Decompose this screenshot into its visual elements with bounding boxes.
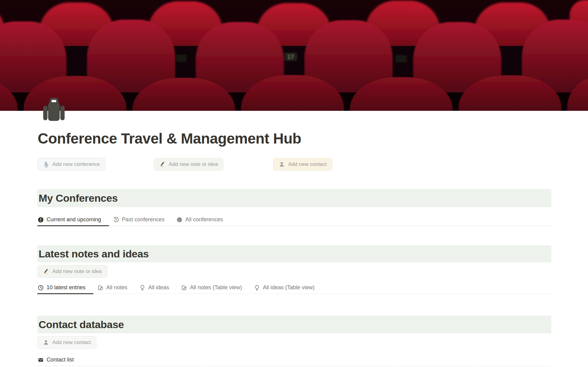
theater-seats-photo: 17 bbox=[0, 0, 588, 111]
tab-10-latest-entries[interactable]: 10 latest entries bbox=[37, 282, 93, 294]
luggage-icon bbox=[42, 97, 66, 122]
tab-all-ideas[interactable]: All ideas bbox=[139, 282, 177, 294]
add-new-note-button-section[interactable]: Add new note or idea bbox=[37, 265, 107, 278]
section-heading-text: My Conferences bbox=[37, 192, 118, 204]
lightbulb-icon bbox=[254, 285, 260, 291]
button-label: Add new conference bbox=[52, 161, 100, 167]
section-heading-my-conferences[interactable]: My Conferences bbox=[37, 189, 551, 207]
tab-label: 10 latest entries bbox=[47, 284, 85, 291]
conferences-view-tabs: Current and upcoming Past conferences Al… bbox=[37, 214, 551, 226]
tab-all-notes-table-view[interactable]: All notes (Table view) bbox=[181, 282, 250, 294]
page-cover[interactable]: 17 bbox=[0, 0, 588, 111]
tab-contact-list[interactable]: Contact list bbox=[37, 354, 82, 366]
microphone-icon bbox=[43, 161, 49, 167]
tab-label: All conferences bbox=[185, 216, 223, 223]
tab-all-ideas-table-view[interactable]: All ideas (Table view) bbox=[254, 282, 322, 294]
tab-label: Contact list bbox=[47, 357, 74, 363]
tab-label: All ideas (Table view) bbox=[263, 284, 315, 291]
clock-icon bbox=[38, 285, 44, 291]
tab-label: Past conferences bbox=[122, 216, 164, 223]
writing-hand-icon bbox=[43, 268, 49, 275]
tab-label: Current and upcoming bbox=[47, 216, 101, 223]
edit-square-icon bbox=[181, 285, 187, 291]
tab-label: All notes bbox=[106, 284, 127, 291]
page-icon[interactable] bbox=[42, 97, 66, 122]
notion-page: 17 bbox=[0, 0, 588, 367]
section-heading-text: Contact database bbox=[37, 319, 124, 331]
table-column-gap bbox=[201, 365, 202, 366]
add-new-conference-button[interactable]: Add new conference bbox=[37, 158, 105, 171]
button-label: Add new contact bbox=[52, 339, 91, 346]
tab-all-notes[interactable]: All notes bbox=[97, 282, 135, 294]
envelope-icon bbox=[38, 357, 44, 363]
table-column-gap bbox=[473, 365, 474, 366]
contacts-view-tabs: Contact list bbox=[37, 354, 551, 366]
notes-view-tabs: 10 latest entries All notes All ideas Al… bbox=[37, 282, 551, 294]
tab-label: All notes (Table view) bbox=[190, 284, 242, 291]
lightbulb-icon bbox=[139, 285, 145, 291]
tab-current-and-upcoming[interactable]: Current and upcoming bbox=[37, 214, 109, 226]
add-new-contact-button[interactable]: Add new contact bbox=[273, 158, 332, 171]
page-title[interactable]: Conference Travel & Management Hub bbox=[38, 130, 301, 148]
history-icon bbox=[113, 217, 119, 223]
person-icon bbox=[279, 161, 285, 167]
tab-label: All ideas bbox=[148, 284, 169, 291]
dot-icon bbox=[176, 217, 183, 223]
button-label: Add new note or idea bbox=[169, 161, 218, 167]
edit-square-icon bbox=[97, 285, 104, 291]
section-heading-latest-notes[interactable]: Latest notes and ideas bbox=[37, 245, 551, 262]
writing-hand-icon bbox=[159, 161, 165, 167]
exclamation-circle-icon bbox=[38, 217, 44, 223]
button-label: Add new note or idea bbox=[52, 268, 102, 275]
section-heading-text: Latest notes and ideas bbox=[37, 248, 149, 260]
tab-all-conferences[interactable]: All conferences bbox=[176, 214, 231, 226]
add-new-contact-button-section[interactable]: Add new contact bbox=[37, 336, 96, 349]
table-column-gap bbox=[392, 365, 394, 366]
section-heading-contact-database[interactable]: Contact database bbox=[37, 316, 551, 333]
person-icon bbox=[43, 339, 49, 346]
tab-past-conferences[interactable]: Past conferences bbox=[113, 214, 172, 226]
add-new-note-button[interactable]: Add new note or idea bbox=[154, 158, 224, 171]
button-label: Add new contact bbox=[288, 161, 327, 167]
